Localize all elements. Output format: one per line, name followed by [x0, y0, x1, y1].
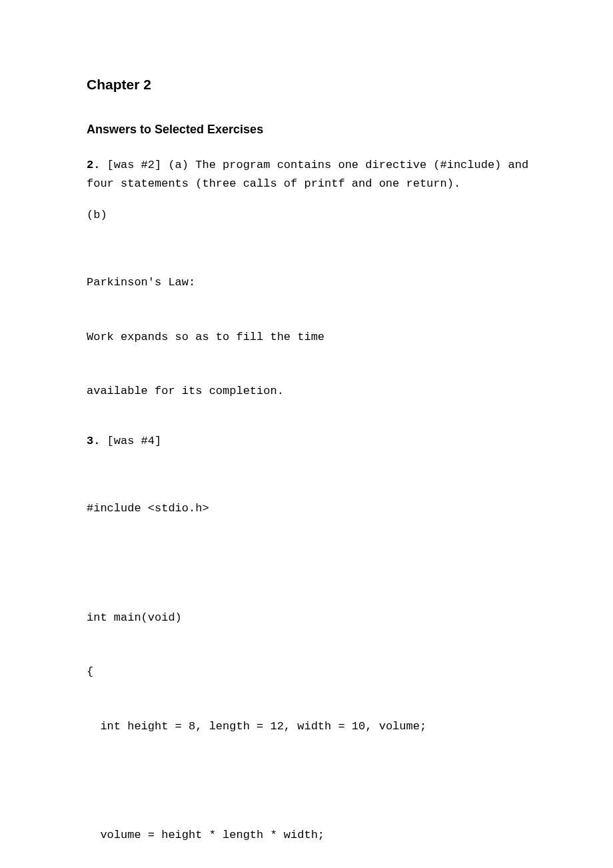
- code-line: {: [87, 663, 533, 681]
- exercise-2-number: 2.: [87, 159, 100, 171]
- code-line: #include <stdio.h>: [87, 499, 533, 517]
- exercise-2-intro: 2. [was #2] (a) The program contains one…: [87, 156, 533, 192]
- output-line: available for its completion.: [87, 382, 533, 400]
- exercise-3-text: [was #4]: [100, 435, 161, 447]
- output-line: Parkinson's Law:: [87, 273, 533, 291]
- section-title: Answers to Selected Exercises: [87, 120, 533, 139]
- code-line: int height = 8, length = 12, width = 10,…: [87, 717, 533, 735]
- code-line: [87, 771, 533, 789]
- exercise-2-output: Parkinson's Law: Work expands so as to f…: [87, 237, 533, 419]
- chapter-title: Chapter 2: [87, 73, 533, 96]
- exercise-2-text: [was #2] (a) The program contains one di…: [87, 159, 535, 189]
- exercise-3-intro: 3. [was #4]: [87, 432, 533, 450]
- code-line: volume = height * length * width;: [87, 826, 533, 844]
- exercise-3-number: 3.: [87, 435, 100, 447]
- exercise-2-part-b: (b): [87, 206, 533, 224]
- code-line: [87, 554, 533, 572]
- output-line: Work expands so as to fill the time: [87, 328, 533, 346]
- code-line: int main(void): [87, 609, 533, 627]
- exercise-3-code: #include <stdio.h> int main(void) { int …: [87, 463, 533, 868]
